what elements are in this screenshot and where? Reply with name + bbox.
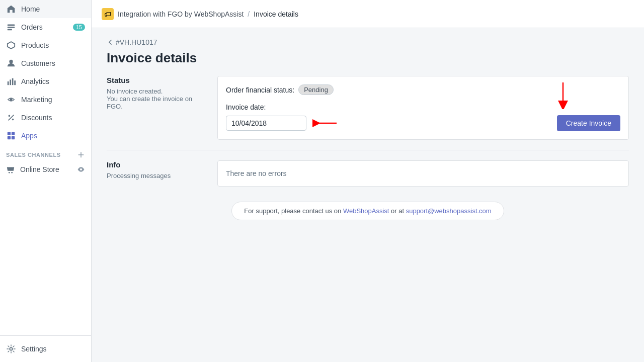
invoice-date-row: Create Invoice [226,115,620,131]
svg-rect-0 [8,25,15,26]
sidebar-item-orders[interactable]: Orders 15 [0,18,91,36]
breadcrumb-separator: / [248,10,250,18]
sidebar-label-marketing: Marketing [21,96,52,104]
svg-point-17 [11,172,13,173]
sidebar-label-analytics: Analytics [21,77,49,85]
create-invoice-button[interactable]: Create Invoice [557,115,620,131]
status-label-col: Status No invoice created. You can creat… [107,76,207,140]
divider [107,150,629,150]
breadcrumb-app-name[interactable]: Integration with FGO by WebShopAssist [118,10,244,18]
sidebar-label-customers: Customers [21,59,55,67]
support-prefix: For support, please contact us on [244,207,341,215]
invoice-date-section: Invoice date: [226,103,620,131]
back-chevron-icon [107,39,114,46]
sales-channels-section: SALES CHANNELS [0,145,91,161]
customers-icon [6,58,16,68]
invoice-date-input-wrap [226,116,306,131]
order-financial-status-row: Order financial status: Pending [226,84,620,95]
app-icon-emoji: 🏷 [104,10,111,18]
sidebar-item-settings[interactable]: Settings [0,340,91,358]
svg-point-18 [80,168,82,170]
support-link-email[interactable]: support@webshopassist.com [406,207,492,215]
svg-rect-12 [8,132,11,135]
status-section: Status No invoice created. You can creat… [107,76,629,140]
sidebar-label-products: Products [21,41,49,49]
sidebar-item-products[interactable]: Products [0,36,91,54]
status-heading: Status [107,76,207,84]
info-heading: Info [107,160,207,169]
svg-point-3 [9,60,13,63]
online-store-label: Online Store [20,165,59,173]
svg-rect-4 [8,81,9,85]
processing-label: Processing messages [107,172,207,179]
invoice-date-label: Invoice date: [226,103,620,111]
settings-label: Settings [21,345,47,353]
invoice-date-input[interactable] [226,116,306,131]
sidebar-label-discounts: Discounts [21,114,52,122]
no-invoice-text: No invoice created. [107,87,207,95]
page-content: #VH.HU1017 Invoice details Status No inv… [92,28,644,362]
page-title: Invoice details [107,50,629,66]
sidebar-item-discounts[interactable]: Discounts [0,109,91,127]
support-middle: or at [391,207,406,215]
financial-status-label: Order financial status: [226,86,294,94]
sidebar-item-marketing[interactable]: Marketing [0,90,91,109]
online-store-icon [6,165,15,174]
svg-rect-7 [14,80,16,85]
apps-icon [6,131,16,141]
back-link-text: #VH.HU1017 [116,38,157,46]
sidebar-bottom: Settings [0,335,91,362]
support-box: For support, please contact us on WebSho… [231,202,504,220]
info-section: Info Processing messages There are no er… [107,160,629,187]
svg-rect-15 [12,136,15,139]
analytics-icon [6,76,16,86]
sidebar-item-online-store[interactable]: Online Store [0,161,91,178]
sidebar-label-orders: Orders [21,23,43,31]
back-link[interactable]: #VH.HU1017 [107,38,629,46]
sales-channels-label: SALES CHANNELS [6,152,61,158]
info-label-col: Info Processing messages [107,160,207,187]
products-icon [6,40,16,50]
svg-rect-6 [12,78,14,85]
breadcrumb: Integration with FGO by WebShopAssist / … [118,10,298,18]
svg-rect-1 [8,27,15,28]
svg-rect-13 [12,132,15,135]
add-sales-channel-icon[interactable] [77,151,85,159]
status-card: Order financial status: Pending Invoice … [217,76,629,140]
svg-point-10 [12,119,14,121]
svg-point-16 [9,172,10,173]
main-content: 🏷 Integration with FGO by WebShopAssist … [92,0,644,362]
svg-rect-5 [10,79,11,85]
svg-point-9 [9,115,11,117]
sidebar-item-analytics[interactable]: Analytics [0,72,91,90]
discounts-icon [6,113,16,123]
sidebar-item-apps[interactable]: Apps [0,127,91,145]
svg-rect-2 [8,29,12,31]
create-hint-text: You can create the invoice on FGO. [107,95,207,110]
svg-rect-14 [8,136,11,139]
orders-icon [6,22,16,32]
home-icon [6,4,16,14]
sidebar-label-home: Home [21,5,40,13]
sidebar-item-customers[interactable]: Customers [0,54,91,72]
orders-badge: 15 [73,24,85,31]
svg-point-8 [10,98,12,101]
settings-icon [6,344,16,354]
red-arrow-left-annotation [312,118,338,128]
no-errors-text: There are no errors [226,169,287,177]
marketing-icon [6,95,16,105]
breadcrumb-current: Invoice details [254,10,298,18]
sidebar: Home Orders 15 Products Customers Anal [0,0,92,362]
sidebar-label-apps: Apps [21,132,37,140]
info-card: There are no errors [217,160,629,187]
support-link-webshopassist[interactable]: WebShopAssist [343,207,389,215]
svg-point-19 [10,347,12,350]
sidebar-item-home[interactable]: Home [0,0,91,18]
app-icon: 🏷 [102,8,114,20]
topbar: 🏷 Integration with FGO by WebShopAssist … [92,0,644,28]
sidebar-nav: Home Orders 15 Products Customers Anal [0,0,91,335]
eye-icon[interactable] [77,165,85,173]
support-footer: For support, please contact us on WebSho… [107,202,629,220]
status-badge: Pending [298,84,334,95]
